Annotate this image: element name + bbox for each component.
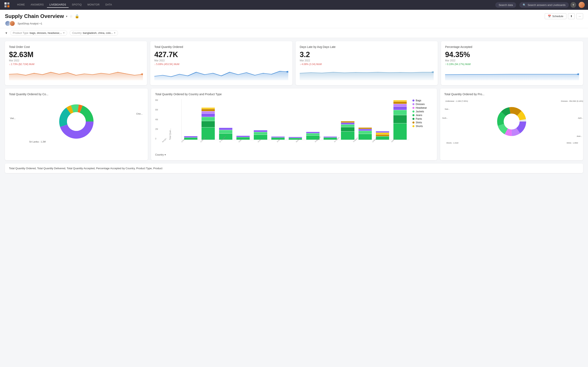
chart-qty-by-country: Total Quantity Ordered by Co...: [5, 89, 148, 160]
chart-inner: 8M 6M 4M 2M 0 Total Quan...: [155, 99, 433, 156]
legend-dot-dresses: [412, 103, 415, 105]
product-type-arrow: ▾: [63, 32, 65, 34]
country-filter[interactable]: Country bangladesh, china, colo... ▾: [70, 30, 118, 36]
nav-links: HOME ANSWERS LIVEBOARDS SPOTIQ MONITOR D…: [15, 2, 494, 8]
product-type-filter[interactable]: Product Type bags, dresses, headwear,...…: [10, 30, 67, 36]
bottom-text-card: Total Quantity Ordered, Total Quantity D…: [5, 164, 583, 173]
kpi-title-1: Total Order Cost: [9, 45, 143, 49]
avatar-group: [5, 21, 14, 26]
legend-dot-shorts: [412, 125, 415, 127]
kpi-change-2: ↓ 5.69% (453.5K) MoM: [154, 63, 288, 66]
chart-bars-section: 8M 6M 4M 2M 0 Total Quan...: [155, 99, 409, 156]
x-axis-labels: Bangla... China Colombia El Salvador Ind…: [155, 142, 409, 152]
legend-jackets: Jackets: [412, 110, 433, 113]
svg-rect-0: [3, 1, 11, 8]
export-button[interactable]: ⬆: [568, 13, 575, 19]
kpi-row: Total Order Cost $2.63M Mar 2022 ↓ 2.73%…: [5, 41, 583, 85]
legend-pants: Pants: [412, 117, 433, 120]
kpi-period-1: Mar 2022: [9, 59, 143, 62]
product-type-label: Product Type: [13, 31, 28, 34]
title-dropdown-icon[interactable]: ▾: [66, 15, 67, 18]
kpi-period-3: Mar 2022: [300, 59, 434, 62]
svg-point-26: [504, 114, 519, 129]
nav-liveboards[interactable]: LIVEBOARDS: [47, 2, 69, 8]
donut-product-label-dresses: Dresses - 954.56K (6.14%): [561, 100, 583, 103]
kpi-value-2: 427.7K: [154, 51, 288, 58]
product-type-value: bags, dresses, headwear,...: [30, 31, 62, 34]
svg-point-16: [67, 112, 86, 131]
schedule-button[interactable]: 📅 Schedule: [545, 13, 566, 19]
chart-qty-by-product: Total Quantity Ordered by Pro... Underwe…: [440, 89, 583, 160]
lock-icon[interactable]: 🔒: [75, 14, 79, 18]
search-icon: 🔍: [523, 3, 526, 7]
donut-country-label-china: Chin...: [136, 113, 143, 115]
donut-product-label-underwear: Underwear - 1.19M (7.65%): [445, 100, 468, 103]
country-value: bangladesh, china, colo...: [83, 31, 113, 34]
svg-rect-1: [4, 2, 7, 4]
donut-country-svg: [58, 103, 95, 140]
nav-data[interactable]: DATA: [103, 2, 114, 8]
nav-home[interactable]: HOME: [15, 2, 27, 8]
header-meta: SpotShop Analyst +1: [5, 21, 583, 26]
up-arrow-icon-4: ↑: [445, 63, 446, 66]
search-data-button[interactable]: Search data: [495, 2, 516, 8]
legend-dot-headwear: [412, 107, 415, 109]
svg-rect-4: [7, 5, 9, 7]
kpi-title-2: Total Quantity Ordered: [154, 45, 288, 49]
donut-product-label-jackets: Jack...: [578, 117, 583, 119]
kpi-value-1: $2.63M: [9, 51, 143, 58]
down-arrow-icon-2: ↓: [154, 63, 156, 66]
donut-country-container: Chin... Viet... Sri Lanka - 1.2M: [9, 99, 144, 144]
donut-country-label-vietnam: Viet...: [10, 117, 16, 119]
charts-row: Total Quantity Ordered by Co...: [5, 89, 583, 160]
country-dropdown[interactable]: Country ▾: [155, 153, 409, 156]
donut-country-label-srilanka: Sri Lanka - 1.2M: [29, 141, 46, 143]
filter-icon: ▼: [5, 31, 8, 35]
sparkline-3: [300, 68, 434, 80]
sparkline-2: [154, 68, 288, 80]
sparkline-1: [9, 68, 143, 80]
legend-dot-pants: [412, 118, 415, 120]
donut-product-label-shirts: Shirts - 1.85M: [567, 142, 578, 144]
donut-product-svg: [496, 106, 527, 137]
analyst-label: SpotShop Analyst +1: [17, 22, 42, 25]
donut-product-label-shorts: Shorts - 1.01M: [446, 142, 458, 144]
svg-rect-3: [4, 5, 7, 7]
app-logo[interactable]: [3, 1, 11, 8]
legend-dot-shirts: [412, 122, 415, 124]
kpi-change-3: ↓ 4.08% (3.34) MoM: [300, 63, 434, 66]
more-options-button[interactable]: ···: [576, 13, 583, 19]
svg-rect-2: [7, 2, 9, 4]
title-left: Supply Chain Overview ▾ ☆ 🔒: [5, 13, 79, 19]
country-label: Country: [72, 31, 82, 34]
nav-right-actions: ?: [571, 2, 585, 8]
top-navigation: HOME ANSWERS LIVEBOARDS SPOTIQ MONITOR D…: [0, 0, 588, 10]
legend-dot-jackets: [412, 110, 415, 113]
down-arrow-icon-3: ↓: [300, 63, 301, 66]
schedule-label: Schedule: [552, 15, 563, 18]
page-header: Supply Chain Overview ▾ ☆ 🔒 📅 Schedule ⬆…: [0, 10, 588, 28]
search-answers-bar[interactable]: 🔍 Search answers and Liveboards: [519, 2, 569, 8]
legend-dresses: Dresses: [412, 103, 433, 106]
kpi-change-1: ↓ 2.73% ($2.71M) MoM: [9, 63, 143, 66]
help-button[interactable]: ?: [571, 2, 576, 8]
sparkline-4: [445, 68, 579, 80]
chart-legend: Bags Dresses Headwear Jackets: [412, 99, 433, 156]
country-dropdown-arrow: ▾: [164, 153, 166, 156]
main-content: Total Order Cost $2.63M Mar 2022 ↓ 2.73%…: [0, 38, 588, 176]
favorite-star-icon[interactable]: ☆: [69, 14, 73, 18]
legend-shirts: Shirts: [412, 121, 433, 124]
legend-headwear: Headwear: [412, 106, 433, 109]
donut-product-label-socks: Sock...: [442, 117, 448, 119]
avatar-2: [9, 21, 15, 26]
nav-monitor[interactable]: MONITOR: [85, 2, 102, 8]
chart-qty-by-country-product: Total Quantity Ordered by Country and Pr…: [151, 89, 437, 160]
country-arrow: ▾: [114, 32, 115, 34]
nav-answers[interactable]: ANSWERS: [28, 2, 46, 8]
kpi-total-quantity-ordered: Total Quantity Ordered 427.7K Mar 2022 ↓…: [150, 41, 292, 85]
user-avatar[interactable]: [579, 2, 585, 8]
kpi-title-4: Percentage Accepted: [445, 45, 579, 49]
legend-shorts: Shorts: [412, 125, 433, 128]
legend-list: Bags Dresses Headwear Jackets: [412, 99, 433, 128]
nav-spotiq[interactable]: SPOTIQ: [69, 2, 84, 8]
